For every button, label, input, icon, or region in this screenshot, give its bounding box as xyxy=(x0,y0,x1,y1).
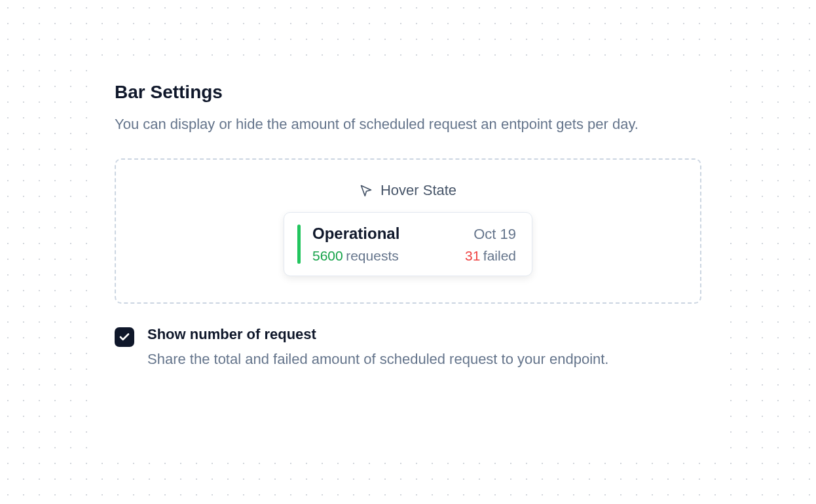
page-description: You can display or hide the amount of sc… xyxy=(115,113,671,135)
failed-group: 31 failed xyxy=(465,248,516,264)
status-row-top: Operational Oct 19 xyxy=(312,225,516,243)
requests-label-text: requests xyxy=(346,248,399,263)
status-title: Operational xyxy=(312,225,399,243)
failed-count: 31 xyxy=(465,248,480,263)
status-content: Operational Oct 19 5600 requests 31 fail… xyxy=(312,225,516,264)
status-row-bottom: 5600 requests 31 failed xyxy=(312,248,516,264)
checkbox-content: Show number of request Share the total a… xyxy=(147,326,701,370)
hover-state-text: Hover State xyxy=(380,182,456,199)
requests-group: 5600 requests xyxy=(312,248,399,264)
failed-label-text: failed xyxy=(483,248,516,263)
status-tooltip-card: Operational Oct 19 5600 requests 31 fail… xyxy=(284,212,532,276)
show-requests-checkbox[interactable] xyxy=(115,327,134,347)
cursor-icon xyxy=(360,184,373,197)
check-icon xyxy=(119,331,130,343)
page-title: Bar Settings xyxy=(115,82,701,103)
status-indicator-bar xyxy=(297,225,301,264)
status-date: Oct 19 xyxy=(473,226,516,243)
requests-count: 5600 xyxy=(312,248,343,263)
hover-state-label: Hover State xyxy=(360,182,456,199)
settings-container: Bar Settings You can display or hide the… xyxy=(0,0,816,370)
preview-box: Hover State Operational Oct 19 5600 requ… xyxy=(115,158,701,304)
checkbox-title: Show number of request xyxy=(147,326,701,343)
checkbox-option-row: Show number of request Share the total a… xyxy=(115,326,701,370)
checkbox-description: Share the total and failed amount of sch… xyxy=(147,348,701,370)
